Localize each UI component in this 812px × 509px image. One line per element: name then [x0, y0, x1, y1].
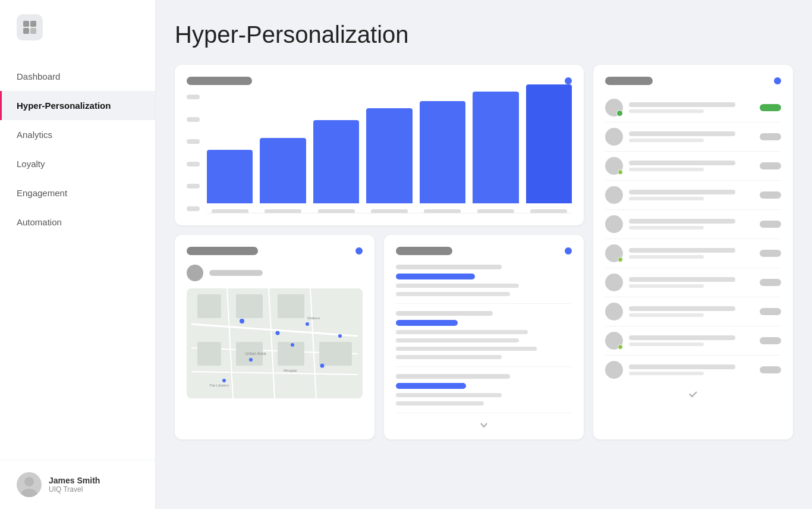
- svg-rect-16: [197, 342, 221, 366]
- list-divider: [605, 122, 781, 122]
- y-label: [187, 95, 200, 99]
- svg-text:Urban Area: Urban Area: [245, 351, 266, 356]
- sidebar-item-automation[interactable]: Automation: [0, 208, 155, 237]
- list-item-line: [629, 190, 735, 194]
- list-item: [605, 299, 781, 325]
- map-user-row: [187, 265, 363, 281]
- bar-group: [260, 138, 306, 213]
- bar-x-label: [265, 209, 301, 213]
- list-item-badge: [760, 337, 781, 344]
- list-item-line: [629, 226, 704, 230]
- activity-card: [384, 235, 584, 439]
- list-item-text: [629, 102, 754, 113]
- svg-text:The Libation: The Libation: [209, 384, 229, 387]
- map-svg: Urban Area Miragaşi The Libation Walkers: [187, 288, 363, 398]
- list-item: [605, 124, 781, 150]
- svg-point-24: [320, 364, 325, 368]
- map-user-avatar: [187, 265, 203, 281]
- y-label: [187, 184, 200, 188]
- list-item-line: [629, 139, 704, 142]
- svg-point-22: [249, 358, 253, 362]
- list-item-badge: [760, 191, 781, 199]
- svg-point-26: [306, 322, 309, 326]
- list-item-text: [629, 365, 754, 375]
- chevron-down-icon: [480, 423, 487, 428]
- list-item-avatar: [605, 215, 623, 233]
- list-item-text: [629, 190, 754, 200]
- svg-point-25: [222, 379, 226, 382]
- list-item-avatar: [605, 99, 623, 117]
- sidebar-item-engagement[interactable]: Engagement: [0, 178, 155, 208]
- activity-card-header: [396, 247, 572, 255]
- list-item-line: [629, 131, 735, 136]
- list-panel-card: [593, 65, 793, 439]
- list-item-text: [629, 248, 754, 259]
- list-divider: [605, 297, 781, 297]
- list-item-text: [629, 131, 754, 142]
- list-divider: [605, 151, 781, 152]
- list-item-avatar: [605, 303, 623, 321]
- svg-rect-15: [278, 294, 304, 318]
- sidebar-item-analytics[interactable]: Analytics: [0, 120, 155, 149]
- bar-group: [313, 120, 359, 213]
- user-profile-area: James Smith UIQ Travel: [0, 460, 155, 509]
- list-item-avatar: [605, 157, 623, 175]
- bar: [420, 101, 465, 203]
- activity-divider: [396, 366, 572, 367]
- avatar: [17, 472, 42, 497]
- bar-chart: [207, 95, 572, 213]
- sidebar-item-loyalty[interactable]: Loyalty: [0, 149, 155, 178]
- list-show-more[interactable]: [605, 388, 781, 401]
- list-item-badge: [760, 366, 781, 373]
- bar-x-label: [424, 209, 461, 213]
- bar-x-label: [477, 209, 514, 213]
- bar-chart-dot: [565, 77, 572, 84]
- map-container: Urban Area Miragaşi The Libation Walkers: [187, 288, 363, 398]
- list-item-badge: [760, 133, 781, 140]
- list-divider: [605, 355, 781, 356]
- page-title: Hyper-Personalization: [175, 21, 793, 48]
- list-divider: [605, 268, 781, 268]
- list-item-line: [629, 284, 704, 288]
- user-info: James Smith UIQ Travel: [49, 476, 100, 494]
- bar-x-label: [318, 209, 355, 213]
- list-item-line: [629, 313, 704, 317]
- svg-rect-13: [197, 294, 221, 318]
- activity-card-title: [396, 247, 452, 255]
- list-item-badge: [760, 250, 781, 257]
- list-item: [605, 328, 781, 354]
- activity-item: [396, 265, 572, 296]
- bar: [366, 108, 412, 203]
- list-item-line: [629, 277, 735, 282]
- list-item-badge: [760, 104, 781, 111]
- sidebar: Dashboard Hyper-Personalization Analytic…: [0, 0, 156, 509]
- bar: [313, 120, 359, 203]
- sidebar-nav: Dashboard Hyper-Personalization Analytic…: [0, 55, 155, 460]
- map-card-title: [187, 247, 258, 255]
- list-item-avatar: [605, 274, 623, 291]
- list-item: [605, 269, 781, 296]
- logo-area: [0, 0, 155, 55]
- list-item-line: [629, 109, 704, 113]
- svg-point-23: [291, 343, 294, 347]
- bar-group: [207, 150, 253, 213]
- svg-rect-1: [30, 21, 36, 27]
- activity-item: [396, 374, 572, 406]
- svg-rect-2: [23, 28, 29, 34]
- svg-rect-0: [23, 21, 29, 27]
- list-item-line: [629, 248, 735, 253]
- list-item-avatar: [605, 128, 623, 146]
- bar-chart-header: [187, 77, 572, 85]
- list-item-avatar: [605, 244, 623, 262]
- list-item-text: [629, 335, 754, 346]
- list-divider: [605, 326, 781, 326]
- list-item-text: [629, 161, 754, 171]
- list-item-line: [629, 161, 735, 165]
- sidebar-item-dashboard[interactable]: Dashboard: [0, 62, 155, 91]
- sidebar-item-hyper-personalization[interactable]: Hyper-Personalization: [0, 91, 155, 120]
- list-item: [605, 153, 781, 179]
- user-org: UIQ Travel: [49, 485, 100, 494]
- bar-x-label: [371, 209, 408, 213]
- bar: [207, 150, 253, 203]
- list-divider: [605, 238, 781, 239]
